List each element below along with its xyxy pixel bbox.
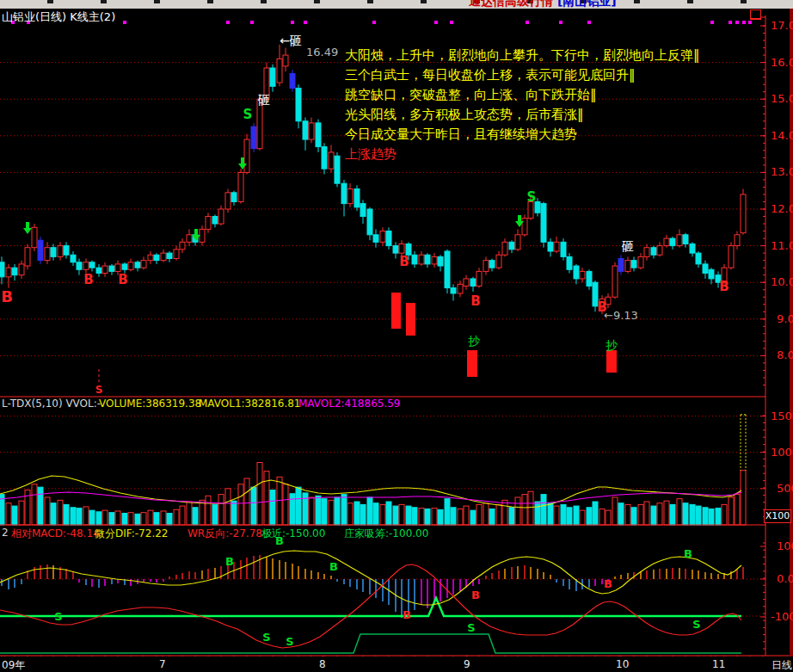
alert-dot xyxy=(742,21,746,24)
volume-bar xyxy=(83,507,89,525)
candle-body xyxy=(412,255,417,264)
candle-body xyxy=(0,262,4,277)
volume-bar xyxy=(335,497,340,525)
candle-body xyxy=(154,255,159,260)
volume-bar xyxy=(316,496,321,525)
candle-body xyxy=(741,194,746,233)
sell-hat-mark: S xyxy=(95,384,103,396)
candle-body xyxy=(386,231,391,246)
macd-prefix: 2 xyxy=(2,527,9,539)
candle-body xyxy=(206,217,211,230)
candle-body xyxy=(709,269,714,279)
volume-bar xyxy=(580,510,585,525)
candle-body xyxy=(580,271,585,279)
volume-bar xyxy=(122,514,127,525)
sell-mark: S xyxy=(243,107,253,122)
volume-bar xyxy=(51,503,56,525)
volume-bar xyxy=(625,504,630,525)
volume-bar xyxy=(554,506,559,525)
dif-value: 微分DIF:-72.22 xyxy=(95,527,168,541)
candle-body xyxy=(12,268,17,275)
volume-bar xyxy=(174,509,179,525)
candle-body xyxy=(71,255,76,262)
volume-bar xyxy=(696,506,701,525)
candle-body xyxy=(6,268,11,277)
volume-bar xyxy=(483,503,489,525)
price-axis-label: 12.0 xyxy=(771,202,793,215)
volume-axis-label: 1500 xyxy=(771,410,793,422)
candle-body xyxy=(515,235,520,250)
volume-bar xyxy=(690,504,695,525)
macd-buy-mark-red: B xyxy=(403,608,411,621)
mavol1-value: MAVOL1:382816.81 xyxy=(199,398,301,410)
alert-dot xyxy=(123,21,126,24)
volume-bar xyxy=(32,484,37,525)
candle-body xyxy=(360,204,366,217)
volume-bar xyxy=(458,509,463,525)
volume-indicator-name: L-TDX(5,10) VVOL:- xyxy=(2,398,101,410)
candle-body xyxy=(115,264,120,272)
period-selector[interactable]: 日线 xyxy=(771,658,792,672)
volume-bar xyxy=(270,490,275,525)
candle-body xyxy=(696,253,701,264)
candle-body xyxy=(470,279,476,287)
time-axis-label: 11 xyxy=(712,658,725,670)
candle-body xyxy=(290,73,295,88)
volume-bar xyxy=(599,509,605,525)
price-axis-label: 9.0 xyxy=(777,312,793,325)
volume-bar xyxy=(38,487,43,525)
volume-bar xyxy=(644,502,649,525)
volume-bar xyxy=(451,508,456,525)
chart-title: 山铝业(日线) K线主(2) xyxy=(2,9,115,25)
candle-body xyxy=(83,262,89,270)
price-axis-label: 15.0 xyxy=(771,92,793,105)
candle-body xyxy=(277,59,282,83)
volume-bar xyxy=(6,503,11,525)
down-arrow-icon xyxy=(23,222,32,234)
candle-body xyxy=(354,189,360,207)
candle-body xyxy=(109,266,114,271)
sell-mark: S xyxy=(527,189,537,205)
candle-body xyxy=(638,256,643,268)
volume-bar xyxy=(709,509,714,525)
volume-bar xyxy=(238,484,243,525)
candle-body xyxy=(574,266,579,279)
candle-body xyxy=(122,264,127,269)
mavol2-value: MAVOL2:418865.59 xyxy=(298,398,401,410)
buy-mark: B xyxy=(399,254,409,269)
volume-bar xyxy=(200,500,205,525)
candle-body xyxy=(458,284,463,293)
restore-window-icon[interactable] xyxy=(750,9,761,20)
buy-mark: B xyxy=(118,272,127,287)
volume-bar xyxy=(19,501,24,525)
level-line xyxy=(0,598,741,616)
volume-bar xyxy=(71,508,76,525)
candle-body xyxy=(393,246,398,254)
candle-body xyxy=(380,231,385,243)
candle-body xyxy=(476,271,482,286)
candle-body xyxy=(561,242,566,256)
volume-bar xyxy=(154,513,159,525)
volume-bar xyxy=(367,497,372,525)
price-axis-label: 17.0 xyxy=(771,19,793,32)
candle-body xyxy=(502,242,507,255)
volume-bar xyxy=(244,478,249,525)
volume-bar xyxy=(393,506,398,525)
candle-body xyxy=(735,235,740,246)
volume-bar xyxy=(651,506,656,525)
candle-body xyxy=(45,248,50,261)
buy-mark: B xyxy=(83,272,93,287)
alert-dot xyxy=(748,21,752,24)
time-axis-label: 9 xyxy=(464,658,470,670)
price-axis-label: 10.0 xyxy=(771,275,793,288)
wr-line xyxy=(0,564,741,648)
macd-sell-mark: S xyxy=(286,635,293,648)
alert-dot xyxy=(250,21,254,24)
buy-mark: B xyxy=(470,293,480,309)
volume-bar xyxy=(128,513,133,525)
volume-bar xyxy=(445,499,450,525)
menu-bar[interactable]: 通达信高级行情 [南山铝业] xyxy=(0,0,793,9)
alert-dot xyxy=(291,21,294,24)
candle-body xyxy=(651,248,656,256)
volume-bar xyxy=(180,506,185,525)
